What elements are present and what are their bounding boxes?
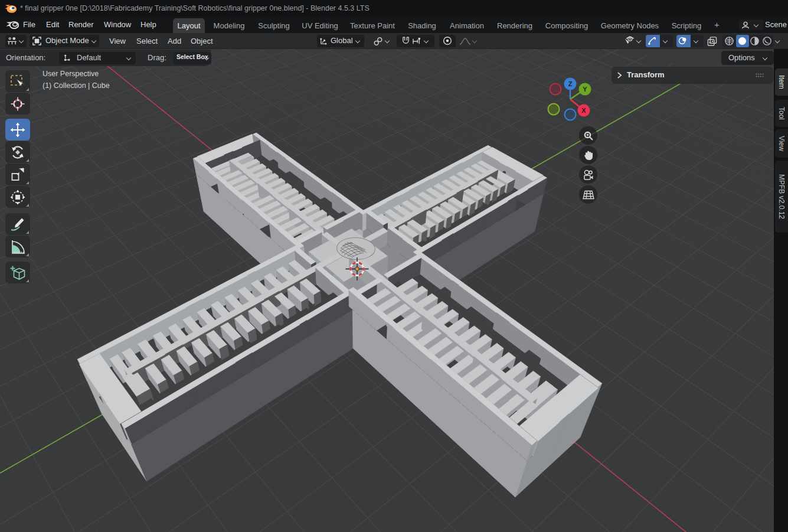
svg-text:Y: Y: [583, 86, 587, 93]
svg-text:Z: Z: [568, 80, 573, 87]
svg-text:X: X: [581, 107, 586, 114]
